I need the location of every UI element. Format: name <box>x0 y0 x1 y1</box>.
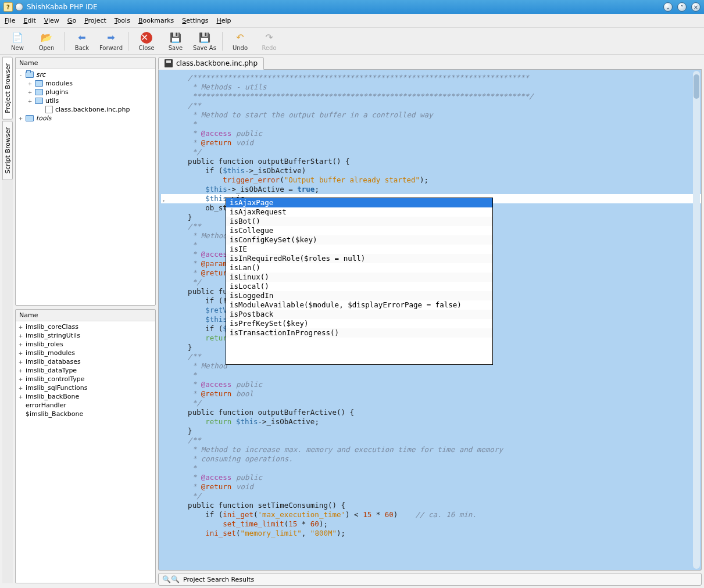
code-line[interactable]: * <box>161 371 701 380</box>
script-list-item[interactable]: +imslib_roles <box>16 340 155 349</box>
code-line[interactable]: * @access public <box>161 473 701 482</box>
code-line[interactable]: * @return void <box>161 138 701 148</box>
autocomplete-item[interactable]: isPrefKeySet($key) <box>226 319 492 328</box>
script-list-item[interactable]: +imslib_stringUtils <box>16 331 155 340</box>
tree-node-file[interactable]: class.backbone.inc.php <box>16 105 155 114</box>
code-line[interactable]: * Method to start the output buffer in a… <box>161 110 701 120</box>
open-button[interactable]: 📂 Open <box>33 29 60 53</box>
tab-script-browser[interactable]: Script Browser <box>2 121 13 180</box>
script-list[interactable]: +imslib_coreClass+imslib_stringUtils+ims… <box>16 321 155 583</box>
menu-view[interactable]: View <box>44 17 59 24</box>
code-line[interactable]: * @return void <box>161 482 701 492</box>
code-line[interactable]: * Methods - utils <box>161 83 701 92</box>
expand-icon[interactable]: + <box>18 359 23 364</box>
expand-icon[interactable]: + <box>18 377 23 382</box>
new-button[interactable]: 📄 New <box>3 29 31 53</box>
tree-node-src[interactable]: -src <box>16 70 155 79</box>
code-line[interactable]: /** <box>161 436 701 445</box>
autocomplete-item[interactable]: isAjaxPage <box>226 198 492 207</box>
code-line[interactable]: * @access public <box>161 129 701 138</box>
tree-node-tools[interactable]: +tools <box>16 114 155 123</box>
autocomplete-item[interactable]: isConfigKeySet($key) <box>226 235 492 245</box>
script-list-item[interactable]: +imslib_coreClass <box>16 322 155 331</box>
code-line[interactable]: ini_set("memory_limit", "800M"); <box>161 529 701 538</box>
autocomplete-item[interactable]: isIE <box>226 245 492 254</box>
autocomplete-item[interactable]: isPostback <box>226 310 492 319</box>
script-list-item[interactable]: +imslib_backBone <box>16 392 155 401</box>
expand-icon[interactable]: + <box>18 342 23 347</box>
code-line[interactable]: if (ini_get('max_execution_time') < 15 *… <box>161 510 701 519</box>
project-tree[interactable]: -src +modules +plugins +utils class.back… <box>16 69 155 305</box>
autocomplete-item[interactable]: isLoggedIn <box>226 291 492 300</box>
save-button[interactable]: 💾 Save <box>162 29 190 53</box>
editor-tab[interactable]: class.backbone.inc.php <box>158 57 264 70</box>
code-line[interactable]: public function outputBufferActive() { <box>161 408 701 417</box>
code-line[interactable]: ****************************************… <box>161 92 701 101</box>
minimize-icon[interactable]: ⌄ <box>663 2 673 12</box>
code-line[interactable]: /** <box>161 101 701 110</box>
autocomplete-item[interactable]: isModuleAvailable($module, $displayError… <box>226 300 492 310</box>
code-line[interactable]: * <box>161 120 701 129</box>
menu-go[interactable]: Go <box>67 17 76 24</box>
script-list-item[interactable]: +imslib_dataType <box>16 366 155 375</box>
back-button[interactable]: ⬅ Back <box>68 29 96 53</box>
code-line[interactable]: trigger_error("Output buffer already sta… <box>161 175 701 185</box>
script-list-item[interactable]: errorHandler <box>16 401 155 410</box>
script-list-item[interactable]: +imslib_sqlFunctions <box>16 383 155 392</box>
script-list-item[interactable]: $imslib_Backbone <box>16 410 155 418</box>
tree-node-utils[interactable]: +utils <box>16 96 155 105</box>
menu-settings[interactable]: Settings <box>182 17 208 24</box>
autocomplete-item[interactable]: isBot() <box>226 217 492 226</box>
expand-icon[interactable]: + <box>27 81 33 86</box>
autocomplete-item[interactable]: isLan() <box>226 263 492 273</box>
autocomplete-item[interactable]: isTransactionInProgress() <box>226 328 492 338</box>
forward-button[interactable]: ➡ Forward <box>97 29 125 53</box>
code-line[interactable]: $this->_isObActive = true; <box>161 185 701 194</box>
expand-icon[interactable]: + <box>18 350 23 356</box>
code-line[interactable]: public function setTimeConsuming() { <box>161 501 701 510</box>
code-line[interactable]: */ <box>161 148 701 157</box>
close-window-icon[interactable]: × <box>691 2 701 12</box>
app-help-icon[interactable]: ? <box>3 2 13 12</box>
redo-button[interactable]: ↷ Redo <box>255 29 283 53</box>
expand-icon[interactable]: + <box>18 333 23 338</box>
menu-tools[interactable]: Tools <box>115 17 130 24</box>
script-list-item[interactable]: +imslib_modules <box>16 349 155 357</box>
menu-file[interactable]: File <box>5 17 15 24</box>
tab-project-browser[interactable]: Project Browser <box>2 57 13 120</box>
code-line[interactable]: * Method to increase max. memory and exe… <box>161 445 701 454</box>
code-line[interactable]: if ($this->_isObActive) <box>161 166 701 175</box>
autocomplete-item[interactable]: isCollegue <box>226 226 492 235</box>
code-editor[interactable]: /***************************************… <box>158 70 702 571</box>
close-button[interactable]: ✕ Close <box>133 29 160 53</box>
autocomplete-popup[interactable]: isAjaxPageisAjaxRequestisBot()isCollegue… <box>226 198 493 365</box>
collapse-icon[interactable]: - <box>18 72 23 77</box>
expand-icon[interactable]: + <box>27 98 33 103</box>
expand-icon[interactable]: + <box>18 394 23 399</box>
tree-node-modules[interactable]: +modules <box>16 79 155 88</box>
expand-icon[interactable]: + <box>18 324 23 329</box>
autocomplete-item[interactable]: isAjaxRequest <box>226 207 492 217</box>
code-line[interactable]: /***************************************… <box>161 73 701 83</box>
autocomplete-item[interactable]: isLocal() <box>226 282 492 291</box>
script-list-item[interactable]: +imslib_databases <box>16 357 155 366</box>
code-line[interactable]: * @access public <box>161 380 701 389</box>
expand-icon[interactable]: + <box>18 385 23 390</box>
bottom-panel[interactable]: 🔍🔍 Project Search Results <box>158 573 702 586</box>
code-line[interactable]: */ <box>161 399 701 408</box>
expand-icon[interactable]: + <box>18 368 23 373</box>
code-line[interactable]: set_time_limit(15 * 60); <box>161 519 701 529</box>
code-line[interactable]: * <box>161 464 701 473</box>
code-line[interactable]: } <box>161 426 701 436</box>
code-line[interactable]: */ <box>161 492 701 501</box>
scroll-thumb[interactable] <box>694 74 699 99</box>
autocomplete-item[interactable]: isLinux() <box>226 273 492 282</box>
menu-bookmarks[interactable]: Bookmarks <box>138 17 174 24</box>
code-line[interactable]: return $this->_isObActive; <box>161 417 701 426</box>
code-line[interactable]: * @return bool <box>161 389 701 399</box>
code-line[interactable]: public function outputBufferStart() { <box>161 157 701 166</box>
autocomplete-item[interactable]: isInRequiredRole($roles = null) <box>226 254 492 263</box>
scrollbar[interactable] <box>693 71 700 569</box>
expand-icon[interactable]: + <box>18 116 23 121</box>
menu-project[interactable]: Project <box>84 17 106 24</box>
